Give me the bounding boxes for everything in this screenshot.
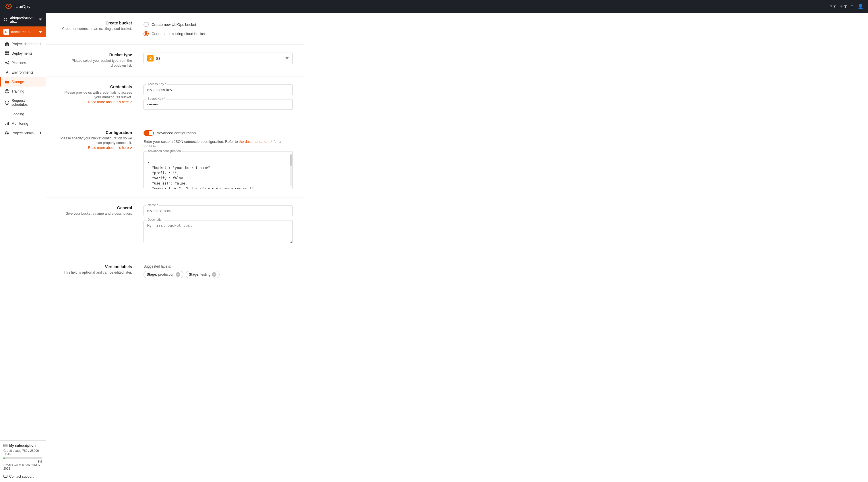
sidebar-item-deployments[interactable]: Deployments	[0, 49, 45, 58]
credentials-title: Credentials	[57, 85, 132, 89]
sidebar-item-label: Project dashboard	[11, 42, 40, 46]
code-content[interactable]: { "bucket": "your-bucket-name", "prefix"…	[144, 151, 292, 189]
configuration-desc: Please specify your bucket configuration…	[57, 136, 132, 146]
description-input-wrapper: Description	[144, 220, 293, 244]
svg-point-9	[5, 62, 6, 63]
notifications-icon[interactable]: ≡	[851, 3, 854, 9]
toggle-label: Advanced configuration	[157, 131, 196, 135]
subscription-icon	[3, 444, 7, 448]
version-labels-section: Version labels This field is optional an…	[46, 256, 304, 286]
sidebar: ubiops-demo-ub... D demo-main Project da…	[0, 12, 46, 482]
code-scrollbar[interactable]	[290, 154, 292, 186]
radio-existing-bucket[interactable]: Connect to existing cloud bucket	[144, 31, 293, 36]
sidebar-item-logging[interactable]: Logging	[0, 109, 45, 119]
home-icon	[5, 42, 9, 46]
configuration-label: Configuration Please specify your bucket…	[57, 130, 132, 189]
add-testing-tag-icon: +	[212, 272, 216, 277]
credentials-read-more-link[interactable]: Read more about this here ↗	[88, 100, 132, 104]
toggle-knob	[149, 131, 153, 135]
sidebar-item-label: Storage	[11, 80, 24, 84]
bucket-type-radio-group: Create new UbiOps bucket Connect to exis…	[144, 21, 293, 36]
name-input-group: Name *	[144, 205, 293, 216]
sidebar-item-environments[interactable]: Environments	[0, 67, 45, 77]
svg-rect-4	[6, 20, 7, 21]
credentials-content: Access Key * Secret Key *	[144, 85, 293, 114]
bucket-type-content: S3	[144, 53, 293, 68]
svg-point-24	[6, 131, 7, 133]
description-textarea[interactable]	[144, 220, 293, 243]
sidebar-item-project-admin[interactable]: Project Admin	[0, 128, 45, 138]
label-tag-production[interactable]: Stage: production +	[144, 271, 183, 278]
access-key-input[interactable]	[144, 85, 293, 95]
add-icon[interactable]: + ▾	[840, 3, 847, 9]
sidebar-item-monitoring[interactable]: Monitoring	[0, 119, 45, 128]
credentials-label: Credentials Please provide us with crede…	[57, 85, 132, 114]
chevron-right-icon	[39, 131, 42, 135]
sidebar-item-request-schedules[interactable]: Request schedules	[0, 96, 45, 109]
sidebar-item-storage[interactable]: Storage	[0, 77, 45, 86]
leaf-icon	[5, 70, 9, 75]
sidebar-item-label: Training	[11, 89, 24, 93]
svg-rect-8	[7, 53, 9, 55]
list-icon	[5, 112, 9, 116]
radio-new-bucket[interactable]: Create new UbiOps bucket	[144, 22, 293, 27]
create-bucket-label: Create bucket Create or connect to an ex…	[57, 21, 132, 36]
bucket-type-label: Bucket type Please select your bucket ty…	[57, 53, 132, 68]
topnav: UbiOps ? ▾ + ▾ ≡ 👤	[0, 0, 868, 12]
project-dropdown-icon	[39, 31, 42, 33]
secret-key-input[interactable]	[144, 99, 293, 110]
secret-key-label: Secret Key *	[146, 97, 166, 100]
advanced-config-toggle[interactable]	[144, 130, 154, 136]
sidebar-item-label: Request schedules	[11, 98, 42, 107]
name-input-label: Name *	[146, 203, 159, 207]
layout: ubiops-demo-ub... D demo-main Project da…	[0, 12, 868, 482]
create-bucket-content: Create new UbiOps bucket Connect to exis…	[144, 21, 293, 36]
label-tag-testing[interactable]: Stage: testing +	[186, 271, 220, 278]
create-bucket-title: Create bucket	[57, 21, 132, 25]
help-icon[interactable]: ? ▾	[830, 4, 836, 9]
contact-support-label: Contact support	[9, 475, 34, 479]
users-icon	[5, 131, 9, 135]
topnav-right: ? ▾ + ▾ ≡ 👤	[830, 3, 863, 9]
bucket-type-dropdown[interactable]: S3	[144, 53, 293, 64]
ubiops-logo-icon	[5, 3, 12, 9]
project-selector[interactable]: D demo-main	[0, 26, 45, 37]
sidebar-bottom: My subscription Credit usage 782 / 25000…	[0, 440, 45, 482]
svg-rect-2	[6, 18, 7, 19]
credit-bar-container	[3, 457, 42, 459]
credit-reset: Credits will reset on: 23-12-2023	[3, 463, 42, 470]
sidebar-item-training[interactable]: Training	[0, 86, 45, 96]
svg-rect-3	[4, 20, 5, 21]
radio-new-circle	[144, 22, 149, 27]
credit-usage-text: Credit usage 782 / 25000 Units	[3, 449, 42, 456]
credentials-section: Credentials Please provide us with crede…	[46, 77, 304, 122]
radio-existing-circle	[144, 31, 149, 36]
subscription-section: My subscription	[3, 444, 42, 448]
svg-rect-25	[4, 444, 7, 447]
configuration-content: Advanced configuration Enter your custom…	[144, 130, 293, 189]
credit-bar	[3, 457, 5, 459]
config-doc-link[interactable]: the documentation ↗	[239, 140, 272, 144]
credit-pct: 3%	[38, 460, 42, 463]
general-label: General Give your bucket a name and a de…	[57, 205, 132, 248]
sidebar-item-pipelines[interactable]: Pipelines	[0, 58, 45, 67]
org-selector[interactable]: ubiops-demo-ub...	[0, 12, 45, 26]
secret-key-wrapper: Secret Key *	[144, 99, 293, 110]
subscription-title-text: My subscription	[9, 444, 36, 448]
credentials-desc: Please provide us with credentials to ac…	[57, 90, 132, 100]
advanced-config-toggle-row: Advanced configuration	[144, 130, 293, 136]
sidebar-item-project-dashboard[interactable]: Project dashboard	[0, 39, 45, 49]
form-page: Create bucket Create or connect to an ex…	[46, 12, 304, 298]
configuration-read-more-link[interactable]: Read more about this here ↗	[88, 146, 132, 150]
bucket-name-input[interactable]	[144, 205, 293, 216]
flow-icon	[5, 61, 9, 65]
contact-support-button[interactable]: Contact support	[3, 472, 42, 479]
chat-icon	[3, 475, 7, 479]
svg-rect-22	[7, 123, 8, 125]
description-input-group: Description	[144, 220, 293, 244]
sidebar-item-label: Environments	[11, 70, 33, 75]
svg-line-13	[6, 63, 8, 63]
user-icon[interactable]: 👤	[858, 4, 863, 9]
version-labels-label: Version labels This field is optional an…	[57, 264, 132, 278]
radio-existing-label: Connect to existing cloud bucket	[152, 32, 205, 36]
